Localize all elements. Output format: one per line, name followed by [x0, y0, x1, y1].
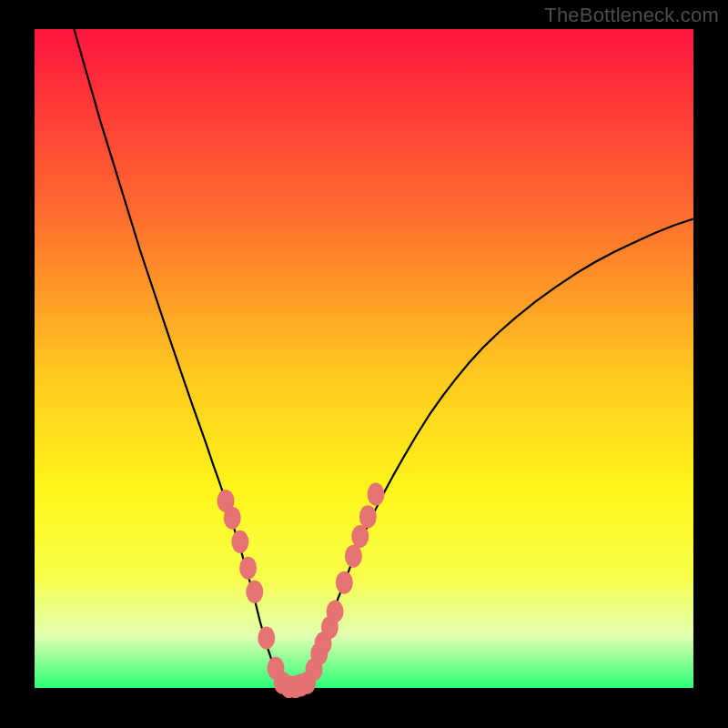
data-marker — [345, 545, 362, 568]
gradient-panel — [35, 29, 693, 688]
data-marker — [258, 627, 275, 650]
data-marker — [224, 507, 241, 530]
data-marker — [231, 531, 248, 553]
watermark-label: TheBottleneck.com — [544, 4, 719, 27]
chart-stage: TheBottleneck.com — [0, 0, 728, 728]
data-marker — [246, 581, 263, 603]
data-marker — [336, 571, 353, 594]
bottleneck-chart — [0, 0, 728, 728]
data-marker — [239, 557, 257, 580]
data-marker — [327, 601, 344, 623]
data-marker — [368, 483, 385, 506]
data-marker — [351, 525, 369, 548]
data-marker — [359, 505, 377, 528]
